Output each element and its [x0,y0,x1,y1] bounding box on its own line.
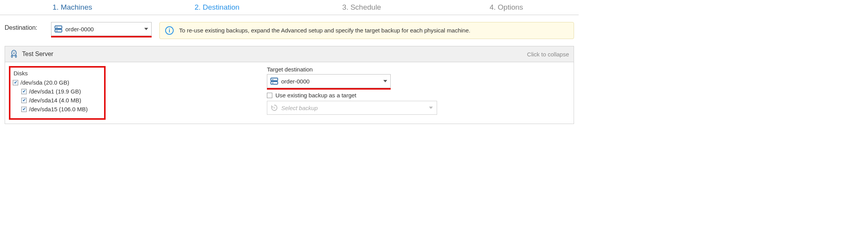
svg-rect-2 [56,27,58,28]
step-options[interactable]: 4. Options [434,3,579,12]
step-machines[interactable]: 1. Machines [0,3,145,12]
disk-sda-label: /dev/sda (20.0 GB) [21,79,69,86]
destination-label: Destination: [5,22,43,31]
svg-rect-8 [271,82,278,84]
target-destination-label: Target destination [267,66,570,73]
target-destination-select[interactable]: order-0000 [267,74,391,88]
wizard-steps: 1. Machines 2. Destination 3. Schedule 4… [0,0,579,15]
disk-sda1-row[interactable]: ✔ /dev/sda1 (19.9 GB) [13,87,100,96]
chevron-down-icon [429,107,433,109]
svg-rect-1 [55,29,62,32]
svg-rect-9 [272,79,273,80]
disk-sda1-label: /dev/sda1 (19.9 GB) [29,88,81,95]
step-schedule[interactable]: 3. Schedule [289,3,434,12]
info-banner: i To re-use existing backups, expand the… [159,22,574,39]
disk-sda14-row[interactable]: ✔ /dev/sda14 (4.0 MB) [13,96,100,105]
checkbox-checked-icon[interactable]: ✔ [21,98,27,103]
svg-rect-3 [56,31,58,31]
checkbox-checked-icon[interactable]: ✔ [13,80,18,85]
disk-sda15-label: /dev/sda15 (106.0 MB) [29,106,88,112]
checkbox-checked-icon[interactable]: ✔ [21,107,27,112]
svg-point-6 [14,52,15,53]
use-existing-checkbox[interactable] [267,93,272,98]
svg-point-11 [274,107,275,109]
checkbox-checked-icon[interactable]: ✔ [21,89,27,94]
disk-sda15-row[interactable]: ✔ /dev/sda15 (106.0 MB) [13,105,100,114]
server-name: Test Server [22,51,53,58]
server-panel: Test Server Click to collapse Disks ✔ /d… [5,46,574,124]
select-backup-placeholder: Select backup [281,105,318,111]
disk-sda-row[interactable]: ✔ /dev/sda (20.0 GB) [13,78,100,87]
server-panel-header[interactable]: Test Server Click to collapse [5,46,574,62]
server-icon [55,25,62,32]
disks-title: Disks [14,70,100,76]
svg-rect-10 [272,83,273,83]
destination-value: order-0000 [65,26,94,32]
svg-rect-0 [55,26,62,29]
svg-rect-7 [271,78,278,81]
chevron-down-icon [144,28,148,30]
highlight-underline [51,36,152,37]
disk-sda14-label: /dev/sda14 (4.0 MB) [29,97,81,104]
destination-select[interactable]: order-0000 [51,22,152,36]
use-existing-label: Use existing backup as a target [275,92,356,99]
chevron-down-icon [383,80,387,82]
target-destination-value: order-0000 [281,78,309,85]
disks-highlight-box: Disks ✔ /dev/sda (20.0 GB) ✔ /dev/sda1 (… [9,66,106,120]
linux-icon [10,49,18,59]
highlight-underline [267,88,391,90]
svg-point-5 [13,52,14,53]
step-destination[interactable]: 2. Destination [145,3,289,12]
svg-point-4 [12,50,16,56]
server-icon [270,78,278,85]
info-text: To re-use existing backups, expand the A… [179,27,470,34]
info-icon: i [165,26,174,35]
select-backup-dropdown[interactable]: Select backup [267,101,437,115]
collapse-label[interactable]: Click to collapse [527,51,569,58]
restore-icon [270,104,278,112]
